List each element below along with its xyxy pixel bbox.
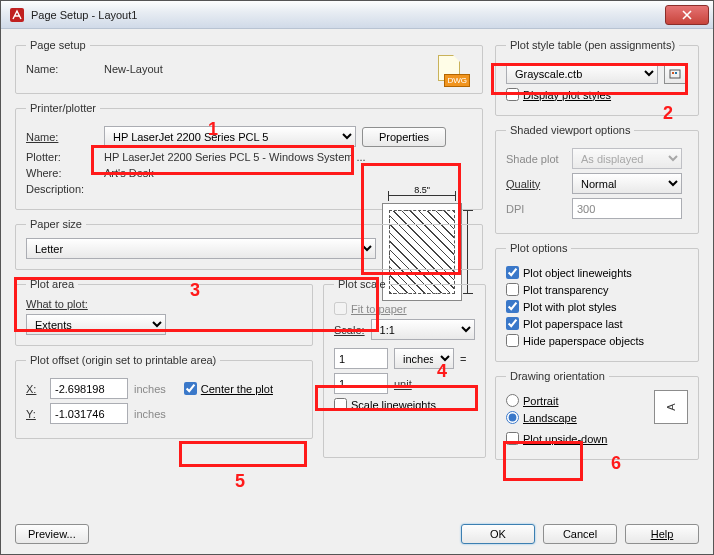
what-to-plot-label: What to plot: [26,298,302,310]
unit-label: unit [394,378,454,390]
plot-offset-legend: Plot offset (origin set to printable are… [26,354,220,366]
properties-button[interactable]: Properties [362,127,446,147]
scale-numerator-input[interactable] [334,348,388,369]
plot-scale-legend: Plot scale [334,278,390,290]
drawing-orientation-group: Drawing orientation Portrait Landscape A… [495,370,699,460]
plot-scale-group: Plot scale Fit to paper Scale: 1:1 [323,278,486,458]
offset-x-input[interactable] [50,378,128,399]
edit-plot-style-button[interactable] [664,63,686,84]
page-name-label: Name: [26,63,98,75]
plot-area-group: Plot area What to plot: Extents [15,278,313,346]
plot-style-legend: Plot style table (pen assignments) [506,39,679,51]
offset-x-units: inches [134,383,166,395]
cancel-button[interactable]: Cancel [543,524,617,544]
paper-size-select[interactable]: Letter [26,238,376,259]
orientation-legend: Drawing orientation [506,370,609,382]
plotter-label: Plotter: [26,151,98,163]
titlebar: Page Setup - Layout1 [1,1,713,29]
ok-button[interactable]: OK [461,524,535,544]
plot-options-legend: Plot options [506,242,571,254]
description-label: Description: [26,183,98,195]
app-icon [9,7,25,23]
scale-unit-input[interactable] [334,373,388,394]
orientation-icon: A [654,390,688,424]
offset-y-input[interactable] [50,403,128,424]
scale-label: Scale: [334,324,365,336]
page-name-value: New-Layout [104,63,163,75]
landscape-radio[interactable]: Landscape [506,411,648,424]
paper-size-legend: Paper size [26,218,86,230]
hide-paperspace-checkbox[interactable]: Hide paperspace objects [506,334,688,347]
plot-offset-group: Plot offset (origin set to printable are… [15,354,313,439]
close-button[interactable] [665,5,709,25]
scale-units-select[interactable]: inches [394,348,454,369]
display-plot-styles-checkbox[interactable]: Display plot styles [506,88,688,101]
svg-rect-3 [675,72,677,74]
plot-area-legend: Plot area [26,278,78,290]
plot-with-styles-checkbox[interactable]: Plot with plot styles [506,300,688,313]
printer-plotter-group: Printer/plotter Name: HP LaserJet 2200 S… [15,102,483,210]
portrait-radio[interactable]: Portrait [506,394,648,407]
offset-y-units: inches [134,408,166,420]
shaded-viewport-group: Shaded viewport options Shade plot As di… [495,124,699,234]
center-plot-checkbox[interactable]: Center the plot [184,382,273,395]
equals-label: = [460,353,466,365]
quality-label: Quality [506,178,566,190]
page-setup-window: Page Setup - Layout1 Page setup Name: Ne… [0,0,714,555]
annotation-num-5: 5 [235,471,245,492]
shade-plot-select: As displayed [572,148,682,169]
plot-upside-down-checkbox[interactable]: Plot upside-down [506,432,688,445]
help-button[interactable]: Help [625,524,699,544]
scale-lineweights-checkbox[interactable]: Scale lineweights [334,398,475,411]
plot-style-group: Plot style table (pen assignments) Grays… [495,39,699,116]
plotter-value: HP LaserJet 2200 Series PCL 5 - Windows … [104,151,366,163]
plot-style-select[interactable]: Grayscale.ctb [506,63,658,84]
page-setup-group: Page setup Name: New-Layout DWG [15,39,483,94]
plot-options-group: Plot options Plot object lineweights Plo… [495,242,699,362]
scale-select[interactable]: 1:1 [371,319,475,340]
dpi-input [572,198,682,219]
printer-legend: Printer/plotter [26,102,100,114]
fit-to-paper-checkbox[interactable]: Fit to paper [334,302,475,315]
dwg-icon: DWG [438,55,468,85]
shade-plot-label: Shade plot [506,153,566,165]
offset-x-label: X: [26,383,44,395]
plot-paperspace-last-checkbox[interactable]: Plot paperspace last [506,317,688,330]
where-label: Where: [26,167,98,179]
printer-name-label: Name: [26,131,98,143]
page-setup-legend: Page setup [26,39,90,51]
plot-transparency-checkbox[interactable]: Plot transparency [506,283,688,296]
shaded-legend: Shaded viewport options [506,124,634,136]
plot-object-lw-checkbox[interactable]: Plot object lineweights [506,266,688,279]
dialog-footer: Preview... OK Cancel Help [15,524,699,544]
printer-name-select[interactable]: HP LaserJet 2200 Series PCL 5 [104,126,356,147]
svg-rect-2 [672,72,674,74]
paper-size-group: Paper size Letter [15,218,483,270]
what-to-plot-select[interactable]: Extents [26,314,166,335]
preview-button[interactable]: Preview... [15,524,89,544]
dpi-label: DPI [506,203,566,215]
offset-y-label: Y: [26,408,44,420]
where-value: Art's Desk [104,167,154,179]
quality-select[interactable]: Normal [572,173,682,194]
window-title: Page Setup - Layout1 [31,9,665,21]
